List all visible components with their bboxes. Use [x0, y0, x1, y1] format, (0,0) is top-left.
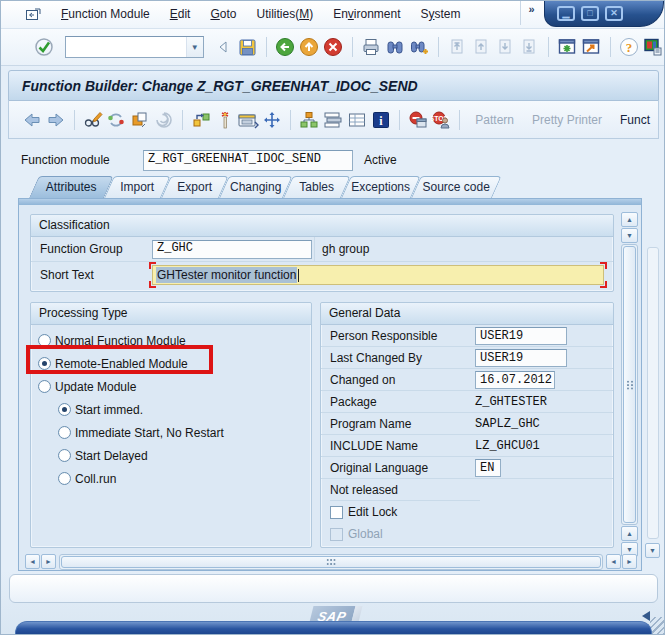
object-list-icon[interactable] [322, 109, 344, 131]
outer-vertical-scrollbar-track[interactable] [647, 247, 659, 539]
enter-icon[interactable] [33, 36, 54, 58]
scroll-left-icon[interactable]: ◄ [25, 554, 40, 569]
tab-import[interactable]: Import [104, 176, 171, 198]
field-label: Last Changed By [330, 351, 475, 365]
create-shortcut-icon[interactable] [581, 36, 602, 58]
customize-layout-icon[interactable] [643, 36, 664, 58]
processing-type-header: Processing Type [31, 303, 311, 325]
command-dropdown-icon[interactable]: ▼ [186, 37, 203, 57]
breakpoint-user-icon[interactable]: STOP [431, 109, 453, 131]
navigation-icon[interactable] [261, 109, 283, 131]
function-module-input[interactable]: Z_RGT_GREENHAT_IDOC_SEND [143, 150, 353, 171]
radio-icon[interactable] [58, 403, 71, 416]
edit-lock-row[interactable]: Edit Lock [321, 501, 613, 523]
changed-on-input[interactable]: 16.07.2012 [475, 371, 555, 389]
menu-bar: Function Module Edit Goto Utilities(M) E… [1, 1, 664, 29]
command-field[interactable]: ▼ [65, 36, 204, 58]
menu-overflow-chevron[interactable]: » [520, 1, 542, 25]
menu-function-module[interactable]: Function Module [51, 5, 160, 24]
find-icon[interactable] [385, 36, 406, 58]
radio-update-module[interactable]: Update Module [31, 375, 311, 398]
maximize-button[interactable]: □ [581, 6, 599, 21]
tab-export[interactable]: Export [161, 176, 229, 198]
new-session-icon[interactable] [557, 36, 578, 58]
person-responsible-input[interactable]: USER19 [475, 327, 567, 345]
radio-immediate-start-no-restart[interactable]: Immediate Start, No Restart [31, 421, 311, 444]
scroll-down-icon[interactable]: ▼ [621, 228, 638, 243]
edit-lock-checkbox[interactable] [330, 506, 343, 519]
inactive-version-icon[interactable] [153, 109, 175, 131]
menu-utilities[interactable]: Utilities(M) [246, 5, 323, 24]
menu-environment[interactable]: Environment [323, 5, 410, 24]
radio-icon[interactable] [38, 380, 51, 393]
scrollbar-track[interactable] [59, 554, 603, 570]
scroll-right-icon[interactable]: ► [41, 554, 56, 569]
minimize-button[interactable]: ▁ [557, 6, 575, 21]
tab-attributes[interactable]: Attributes [29, 176, 114, 198]
display-change-icon[interactable] [82, 109, 104, 131]
where-used-icon[interactable] [190, 109, 212, 131]
status-bar [9, 574, 658, 603]
object-hierarchy-icon[interactable] [298, 109, 320, 131]
page-down-icon[interactable] [495, 36, 516, 58]
previous-object-icon[interactable] [21, 109, 43, 131]
first-page-icon[interactable] [447, 36, 468, 58]
find-next-icon[interactable] [409, 36, 430, 58]
scroll-up-icon[interactable]: ▲ [621, 526, 638, 541]
window-controls: ▁ □ ✕ [544, 1, 664, 27]
scroll-left-icon[interactable]: ◄ [606, 554, 621, 569]
test-icon[interactable] [214, 109, 236, 131]
system-menu-icon[interactable] [25, 8, 41, 22]
tab-exceptions[interactable]: Exceptions [341, 176, 421, 198]
hide-command-field-icon[interactable] [213, 36, 234, 58]
global-label: Global [348, 527, 383, 541]
short-text-row: Short Text GHTester monitor function [31, 262, 613, 288]
original-language-input[interactable]: EN [475, 459, 501, 477]
window-resize-grip[interactable] [650, 617, 665, 634]
radio-icon[interactable] [58, 449, 71, 462]
scroll-right-icon[interactable]: ► [622, 554, 637, 569]
page-up-icon[interactable] [471, 36, 492, 58]
radio-start-immed[interactable]: Start immed. [31, 398, 311, 421]
menu-system[interactable]: System [411, 5, 471, 24]
refresh-consistency-icon[interactable] [105, 109, 127, 131]
inner-horizontal-scrollbar[interactable]: ◄ ► ◄ ► [25, 554, 637, 570]
menu-edit[interactable]: Edit [160, 5, 201, 24]
inner-vertical-scrollbar[interactable]: ▲ ▼ ▲ ▼ [621, 212, 638, 557]
detail-view-icon[interactable] [346, 109, 368, 131]
short-text-input[interactable]: GHTester monitor function [152, 265, 604, 285]
activate-icon[interactable] [129, 109, 151, 131]
scrollbar-thumb[interactable] [623, 246, 636, 523]
back-icon[interactable] [275, 36, 296, 58]
radio-icon[interactable] [58, 426, 71, 439]
menu-goto[interactable]: Goto [200, 5, 246, 24]
next-object-icon[interactable] [45, 109, 67, 131]
last-page-icon[interactable] [519, 36, 540, 58]
print-icon[interactable] [361, 36, 382, 58]
radio-coll-run[interactable]: Coll.run [31, 467, 311, 490]
function-group-input[interactable]: Z_GHC [152, 240, 312, 259]
function-library-icon[interactable] [237, 109, 259, 131]
last-changed-by-input[interactable]: USER19 [475, 349, 567, 367]
tab-changing[interactable]: Changing [219, 176, 293, 198]
pretty-printer-button[interactable]: Pretty Printer [524, 110, 610, 130]
scroll-up-icon[interactable]: ▲ [621, 212, 638, 227]
radio-start-delayed[interactable]: Start Delayed [31, 444, 311, 467]
save-icon[interactable] [237, 36, 258, 58]
pattern-button[interactable]: Pattern [467, 110, 522, 130]
help-icon[interactable]: ? [619, 36, 640, 58]
scrollbar-thumb[interactable] [61, 556, 601, 568]
scrollbar-track[interactable] [621, 244, 638, 525]
tab-tables[interactable]: Tables [283, 176, 351, 198]
breakpoint-session-icon[interactable] [407, 109, 429, 131]
attributes-tab-panel: Classification Function Group Z_GHC gh g… [18, 198, 642, 571]
function-documentation-button[interactable]: Funct [612, 110, 658, 130]
tab-source-code[interactable]: Source code [411, 176, 502, 198]
status-collapse-icon[interactable] [642, 611, 650, 621]
cancel-icon[interactable] [323, 36, 344, 58]
exit-icon[interactable] [299, 36, 320, 58]
radio-icon[interactable] [58, 472, 71, 485]
close-button[interactable]: ✕ [605, 6, 623, 21]
info-icon[interactable]: i [370, 109, 392, 131]
outer-scroll-down-icon[interactable]: ▼ [645, 543, 660, 558]
